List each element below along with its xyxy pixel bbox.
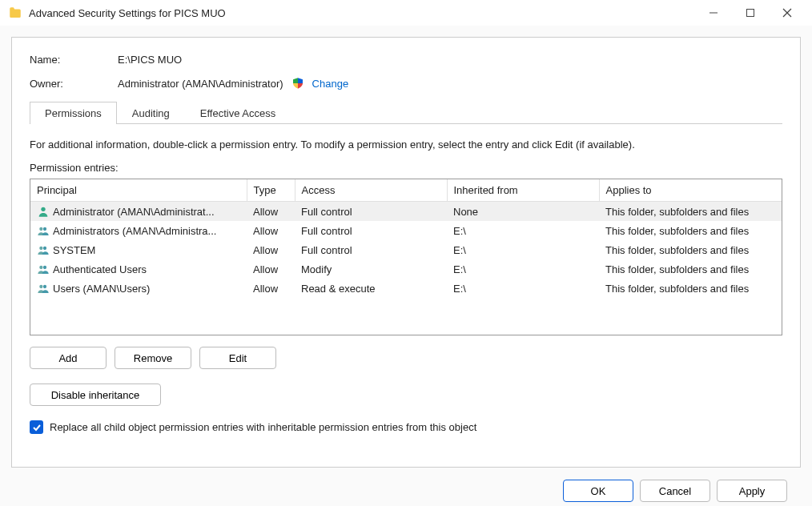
principal-name: Administrator (AMAN\Administrat... (53, 206, 215, 218)
group-icon (37, 263, 50, 275)
svg-rect-1 (747, 10, 754, 17)
cell-inherited: None (447, 202, 599, 222)
svg-point-12 (43, 285, 46, 288)
principal-name: Authenticated Users (53, 263, 147, 275)
col-type[interactable]: Type (247, 179, 295, 202)
table-row[interactable]: Administrator (AMAN\Administrat...AllowF… (30, 202, 782, 222)
cell-applies: This folder, subfolders and files (599, 221, 782, 240)
cell-inherited: E:\ (447, 279, 599, 298)
owner-label: Owner: (30, 78, 118, 90)
replace-child-entries-label: Replace all child object permission entr… (50, 421, 476, 433)
cell-access: Read & execute (295, 279, 447, 298)
principal-name: Administrators (AMAN\Administra... (53, 225, 216, 237)
apply-button[interactable]: Apply (717, 480, 787, 502)
name-label: Name: (30, 54, 118, 66)
tab-effective-access[interactable]: Effective Access (185, 102, 291, 124)
cell-inherited: E:\ (447, 259, 599, 279)
cell-type: Allow (247, 259, 295, 279)
add-button[interactable]: Add (30, 347, 107, 369)
content-frame: Name: E:\PICS MUO Owner: Administrator (… (11, 37, 801, 468)
col-access[interactable]: Access (295, 179, 447, 202)
tab-auditing[interactable]: Auditing (117, 102, 185, 124)
cell-applies: This folder, subfolders and files (599, 279, 782, 298)
svg-point-7 (39, 247, 42, 250)
cell-type: Allow (247, 202, 295, 222)
cell-type: Allow (247, 240, 295, 259)
window-title: Advanced Security Settings for PICS MUO (29, 7, 695, 19)
cell-applies: This folder, subfolders and files (599, 259, 782, 279)
folder-icon (8, 6, 22, 20)
cell-access: Full control (295, 240, 447, 259)
svg-point-6 (43, 227, 46, 231)
cell-inherited: E:\ (447, 221, 599, 240)
tabs: Permissions Auditing Effective Access (30, 101, 782, 124)
ok-button[interactable]: OK (563, 480, 633, 502)
svg-point-10 (43, 266, 46, 269)
cell-access: Full control (295, 202, 447, 222)
principal-name: SYSTEM (53, 244, 95, 256)
cell-type: Allow (247, 279, 295, 298)
entries-label: Permission entries: (30, 162, 782, 174)
shield-icon (291, 77, 304, 90)
tab-panel-permissions: For additional information, double-click… (12, 135, 800, 444)
svg-point-8 (43, 247, 46, 250)
cell-applies: This folder, subfolders and files (599, 202, 782, 222)
cell-access: Full control (295, 221, 447, 240)
cancel-button[interactable]: Cancel (640, 480, 710, 502)
change-owner-link[interactable]: Change (312, 78, 349, 90)
owner-value: Administrator (AMAN\Administrator) (118, 78, 283, 90)
col-applies[interactable]: Applies to (599, 179, 782, 202)
disable-inheritance-button[interactable]: Disable inheritance (30, 384, 161, 406)
table-row[interactable]: SYSTEMAllowFull controlE:\This folder, s… (30, 240, 782, 259)
close-button[interactable] (769, 1, 806, 25)
svg-point-11 (39, 285, 42, 288)
group-icon (37, 282, 50, 295)
table-row[interactable]: Users (AMAN\Users)AllowRead & executeE:\… (30, 279, 782, 298)
col-principal[interactable]: Principal (30, 179, 247, 202)
minimize-button[interactable] (695, 1, 732, 25)
cell-type: Allow (247, 221, 295, 240)
replace-child-entries-checkbox[interactable] (30, 420, 43, 434)
info-text: For additional information, double-click… (30, 139, 782, 151)
principal-name: Users (AMAN\Users) (53, 283, 150, 295)
group-icon (37, 224, 50, 237)
tab-permissions[interactable]: Permissions (30, 102, 117, 124)
titlebar: Advanced Security Settings for PICS MUO (0, 0, 812, 26)
remove-button[interactable]: Remove (115, 347, 191, 369)
user-icon (37, 205, 50, 218)
cell-access: Modify (295, 259, 447, 279)
svg-point-9 (39, 266, 42, 269)
group-icon (37, 243, 50, 256)
cell-applies: This folder, subfolders and files (599, 240, 782, 259)
permission-table[interactable]: Principal Type Access Inherited from App… (30, 179, 782, 335)
cell-inherited: E:\ (447, 240, 599, 259)
svg-point-4 (41, 207, 45, 211)
name-value: E:\PICS MUO (118, 54, 182, 66)
svg-point-5 (39, 227, 42, 231)
maximize-button[interactable] (732, 1, 769, 25)
col-inherited[interactable]: Inherited from (447, 179, 599, 202)
table-row[interactable]: Administrators (AMAN\Administra...AllowF… (30, 221, 782, 240)
edit-button[interactable]: Edit (199, 347, 276, 369)
table-row[interactable]: Authenticated UsersAllowModifyE:\This fo… (30, 259, 782, 279)
